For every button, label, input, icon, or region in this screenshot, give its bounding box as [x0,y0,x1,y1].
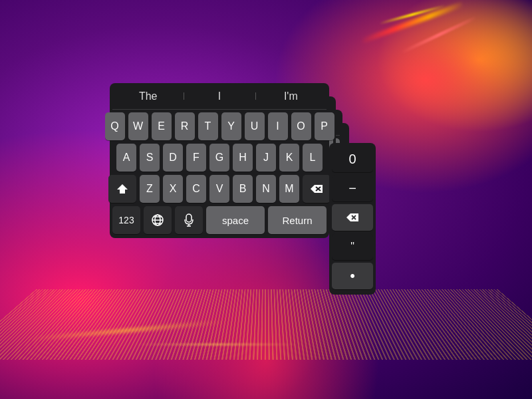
key-i[interactable]: I [268,112,288,140]
key-j[interactable]: J [256,144,276,172]
globe-icon [151,213,164,227]
key-u[interactable]: U [245,112,265,140]
svg-rect-8 [186,214,192,222]
key-e[interactable]: E [152,112,172,140]
numpad: 0 − " • [329,143,376,295]
shift-icon [116,183,128,195]
np-key-quote[interactable]: " [332,233,373,260]
key-n[interactable]: N [256,175,276,203]
row-qwerty: Q W E R T Y U I O P [112,112,327,140]
key-t[interactable]: T [198,112,218,140]
suggestion-i[interactable]: I [184,90,255,102]
np-key-0[interactable]: 0 [332,146,373,172]
key-f[interactable]: F [186,144,206,172]
key-space[interactable]: space [206,206,265,234]
key-q[interactable]: Q [105,112,125,140]
key-l[interactable]: L [303,144,323,172]
suggestion-the[interactable]: The [112,90,184,102]
svg-marker-0 [117,184,128,194]
key-g[interactable]: G [209,144,229,172]
key-w[interactable]: W [128,112,148,140]
key-d[interactable]: D [163,144,183,172]
suggestion-bar-main: The I I'm [112,83,327,110]
key-return[interactable]: Return [268,206,327,234]
row-asdf: A S D F G H J K L [112,144,327,172]
np-delete-icon [346,213,358,221]
key-v[interactable]: V [209,175,229,203]
key-y[interactable]: Y [221,112,241,140]
key-s[interactable]: S [140,144,160,172]
keyboard-main: The I I'm Q W E R T Y U I O P A S D F G … [110,83,329,238]
key-z[interactable]: Z [140,175,160,203]
key-num-123[interactable]: 123 [112,206,140,234]
key-x[interactable]: X [163,175,183,203]
key-r[interactable]: R [175,112,195,140]
row-zxcv: Z X C V B N M [112,175,327,203]
key-shift[interactable] [108,175,136,203]
np-delete[interactable] [332,204,373,231]
key-delete[interactable] [303,175,331,203]
mic-icon [184,213,194,227]
key-p[interactable]: P [315,112,334,140]
key-mic[interactable] [175,206,203,234]
key-m[interactable]: M [279,175,299,203]
np-key-dot[interactable]: • [332,263,373,289]
light-streak-5 [133,343,299,346]
np-key-minus[interactable]: − [332,175,373,201]
row-bottom: 123 space Return [112,206,327,234]
key-a[interactable]: A [116,144,136,172]
key-o[interactable]: O [291,112,311,140]
key-b[interactable]: B [233,175,253,203]
key-c[interactable]: C [186,175,206,203]
key-h[interactable]: H [233,144,253,172]
suggestion-im[interactable]: I'm [255,90,327,102]
delete-icon [310,184,323,194]
key-k[interactable]: K [279,144,299,172]
key-globe[interactable] [144,206,172,234]
